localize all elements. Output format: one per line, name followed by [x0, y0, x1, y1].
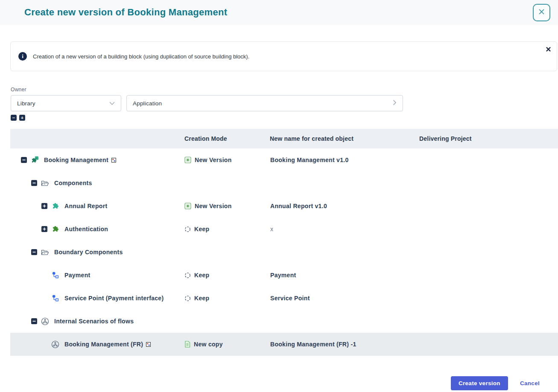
table-row[interactable]: Internal Scenarios of flows: [10, 310, 558, 333]
keep-icon: [184, 226, 191, 232]
creation-mode-cell[interactable]: Keep: [181, 295, 267, 302]
new-name-cell[interactable]: x: [267, 226, 416, 232]
tree-node-label: Payment: [64, 272, 90, 279]
tree-node-label: Internal Scenarios of flows: [54, 318, 134, 325]
new-name-cell[interactable]: Booking Management v1.0: [267, 157, 416, 163]
folder-icon: [41, 179, 49, 187]
library-reference-badge-icon: [146, 342, 151, 347]
table-row[interactable]: Service Point (Payment interface)KeepSer…: [10, 287, 558, 310]
table-row[interactable]: AuthenticationKeepx: [10, 218, 558, 241]
column-header-new-name: New name for created object: [267, 135, 416, 142]
close-icon: [546, 46, 551, 53]
new-version-icon: [184, 203, 191, 209]
column-header-creation-mode: Creation Mode: [181, 135, 267, 142]
library-reference-badge-icon: [111, 158, 116, 163]
creation-mode-cell[interactable]: Keep: [181, 226, 267, 232]
creation-mode-value: New Version: [195, 203, 232, 209]
tree-node-cell: Booking Management: [10, 156, 181, 164]
creation-mode-cell[interactable]: New Version: [181, 157, 267, 163]
tree-controls: − +: [11, 115, 558, 121]
creation-mode-value: Keep: [194, 272, 209, 279]
table-header-row: Creation Mode New name for created objec…: [10, 129, 558, 148]
tree-node-label: Authentication: [64, 226, 108, 232]
page-title: Create new version of Booking Management: [24, 7, 227, 18]
port-icon: [51, 271, 59, 279]
banner-dismiss-button[interactable]: [546, 47, 551, 52]
tree-node-label: Components: [54, 180, 92, 186]
creation-mode-cell[interactable]: Keep: [181, 272, 267, 279]
new-name-cell[interactable]: Booking Management (FR) -1: [267, 341, 416, 348]
close-icon: [538, 9, 545, 16]
version-tree-table: Creation Mode New name for created objec…: [10, 129, 558, 356]
create-version-button[interactable]: Create version: [451, 376, 508, 390]
collapse-node-button[interactable]: [31, 180, 37, 186]
keep-icon: [184, 295, 191, 302]
creation-mode-value: New copy: [194, 341, 223, 348]
table-row[interactable]: Boundary Components: [10, 241, 558, 264]
expand-node-button[interactable]: [41, 226, 47, 232]
table-row[interactable]: PaymentKeepPayment: [10, 264, 558, 287]
owner-type-value: Library: [17, 100, 35, 107]
owner-element-picker[interactable]: Application: [126, 95, 403, 111]
creation-mode-value: Keep: [194, 226, 209, 232]
new-name-cell[interactable]: Payment: [267, 272, 416, 279]
tree-node-label: Booking Management: [44, 157, 108, 163]
tree-node-cell: Payment: [10, 271, 181, 279]
creation-mode-cell[interactable]: New Version: [181, 203, 267, 209]
close-button[interactable]: [533, 4, 550, 21]
building-block-icon: [31, 156, 39, 164]
expand-all-button[interactable]: +: [19, 115, 25, 121]
tree-node-cell: Service Point (Payment interface): [10, 294, 181, 302]
dialog-footer: Create version Cancel: [0, 376, 558, 390]
tree-node-cell: Components: [10, 179, 181, 187]
tree-node-cell: Annual Report: [10, 202, 181, 210]
tree-node-label: Boundary Components: [54, 249, 123, 256]
new-name-cell[interactable]: Annual Report v1.0: [267, 203, 416, 209]
tree-node-cell: Internal Scenarios of flows: [10, 317, 181, 325]
column-header-delivering-project: Delivering Project: [416, 135, 558, 142]
collapse-all-button[interactable]: −: [11, 115, 17, 121]
component-teal-icon: [51, 202, 59, 210]
creation-mode-cell[interactable]: New copy: [181, 341, 267, 348]
owner-label: Owner: [11, 87, 558, 93]
expand-node-button[interactable]: [41, 203, 47, 209]
table-body: Booking ManagementNew VersionBooking Man…: [10, 148, 558, 356]
new-name-cell[interactable]: Service Point: [267, 295, 416, 302]
collapse-node-button[interactable]: [21, 157, 27, 163]
creation-mode-value: New Version: [195, 157, 232, 163]
chevron-right-icon: [393, 100, 397, 107]
collapse-node-button[interactable]: [31, 318, 37, 324]
owner-element-value: Application: [133, 100, 162, 107]
component-green-icon: [51, 225, 59, 233]
port-icon: [51, 294, 59, 302]
info-icon: i: [18, 52, 27, 61]
table-row[interactable]: Components: [10, 171, 558, 195]
table-row[interactable]: Annual ReportNew VersionAnnual Report v1…: [10, 195, 558, 218]
tree-node-cell: Boundary Components: [10, 248, 181, 256]
new-copy-icon: [184, 341, 190, 348]
creation-mode-value: Keep: [194, 295, 209, 302]
scenario-icon: [51, 340, 59, 348]
cancel-button[interactable]: Cancel: [520, 380, 540, 386]
owner-type-select[interactable]: Library: [11, 95, 121, 111]
tree-node-cell: Booking Management (FR): [10, 340, 181, 348]
tree-node-cell: Authentication: [10, 225, 181, 233]
tree-node-label: Service Point (Payment interface): [64, 295, 164, 302]
table-row[interactable]: Booking ManagementNew VersionBooking Man…: [10, 148, 558, 171]
collapse-node-button[interactable]: [31, 249, 37, 255]
new-version-icon: [184, 157, 191, 163]
tree-node-label: Booking Management (FR): [64, 341, 143, 348]
folder-icon: [41, 248, 49, 256]
tree-node-label: Annual Report: [64, 203, 107, 209]
dialog-titlebar: Create new version of Booking Management: [0, 0, 558, 25]
owner-controls: Library Application: [11, 95, 558, 111]
table-row[interactable]: Booking Management (FR)New copyBooking M…: [10, 333, 558, 356]
info-banner: i Creation of a new version of a buildin…: [10, 41, 557, 71]
banner-text: Creation of a new version of a building …: [33, 53, 249, 60]
keep-icon: [184, 272, 191, 279]
scenario-icon: [41, 317, 49, 325]
chevron-down-icon: [109, 100, 115, 107]
